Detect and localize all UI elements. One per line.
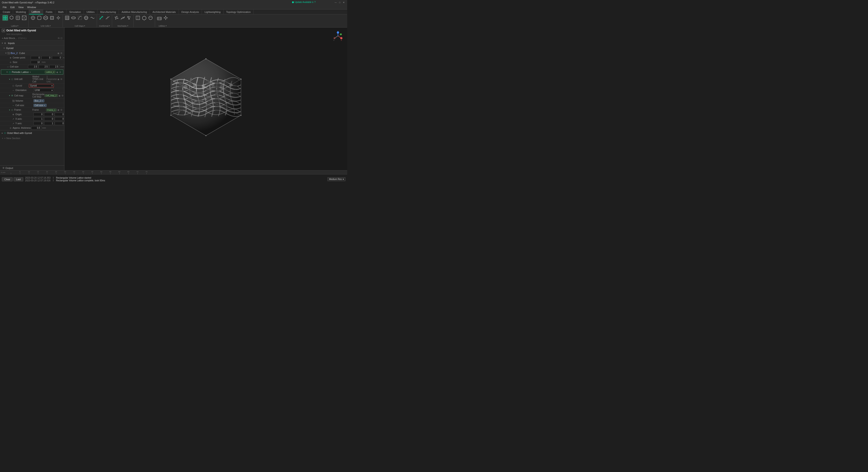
tb-icon-m1[interactable] [135,15,141,21]
tb-icon-uc5[interactable] [55,15,61,21]
tb-icon-uc2[interactable] [36,15,42,21]
periodic-lattice-item[interactable]: ▾ ⬡ Periodic Lattice ▾ Lattice_4 ◉ ⚙ [1,70,63,74]
center-y-input[interactable] [41,56,52,59]
tb-icon-uc4[interactable] [49,15,55,21]
last-button[interactable]: Last [13,177,23,181]
volume-tag-close[interactable]: ✕ [41,100,43,102]
tab-architected-materials[interactable]: Architected Materials [150,9,179,14]
uc-eye-icon[interactable]: ◉ [57,78,59,80]
cell-size-y-input[interactable] [39,65,49,68]
cell-size-x-input[interactable] [28,65,38,68]
tb-icon-cm3[interactable] [77,15,83,21]
clear-button[interactable]: Clear [2,177,13,181]
update-available-banner[interactable]: Update Available ℹ ? [292,1,315,3]
menu-edit[interactable]: Edit [8,5,17,9]
menu-file[interactable]: File [1,5,8,9]
tb-icon-conf2[interactable] [105,15,111,21]
tb-icon-stoch1[interactable] [114,15,119,21]
tb-icon-conform-lattice[interactable] [15,15,21,21]
utilities-group-label: Utilities ▾ [158,25,166,27]
new-section-link[interactable]: + + New Section [0,135,64,141]
tb-icon-body-lattice[interactable] [21,15,27,21]
tb-icon-cm4[interactable] [83,15,89,21]
tab-create[interactable]: Create [0,9,13,14]
tb-icon-uc3[interactable] [43,15,49,21]
center-z-input[interactable] [52,56,62,59]
yaxis-z-input[interactable] [55,122,64,125]
size-input[interactable] [31,61,41,64]
tb-icon-stoch3[interactable] [126,15,132,21]
tab-fields[interactable]: Fields [43,9,55,14]
panel-link-icon[interactable]: ◫ [60,37,62,39]
tb-icon-m3[interactable] [148,15,153,21]
minimize-button[interactable]: — [334,1,337,4]
tab-design-analysis[interactable]: Design Analysis [179,9,202,14]
xaxis-z-input[interactable] [55,117,64,121]
center-point-label: Center point: [13,57,31,59]
tb-icon-conf1[interactable] [98,15,104,21]
tb-icon-util1[interactable] [156,15,162,21]
tb-icon-cm1[interactable] [64,15,70,21]
tab-simulation[interactable]: Simulation [66,9,84,14]
tb-icon-cm2[interactable] [70,15,76,21]
cell-size-z-input[interactable] [49,65,59,68]
origin-z-input[interactable] [55,113,64,116]
tab-manufacturing[interactable]: Manufacturing [97,9,119,14]
octet-filled-section[interactable]: ▸ ⬡ Octet filled with Gyroid [0,130,64,135]
new-section-plus-icon: + [2,137,3,140]
tab-math[interactable]: Math [55,9,66,14]
box2-item[interactable]: ▾ ⬛ Box_2 Cube ◉ ⚙ [0,50,64,56]
tab-lattices[interactable]: Lattices [29,9,43,14]
unit-cell-val-label: Gyroid [16,85,29,87]
res-selector[interactable]: Medium Res ▾ [328,177,345,181]
panel-description[interactable]: Add description... [6,33,62,35]
viewport-3d[interactable]: X Y Z [64,28,347,170]
yaxis-y-input[interactable] [44,122,54,125]
uc-settings-icon[interactable]: ⚙ [60,78,62,80]
unit-cell-dropdown[interactable]: Gyroid ▾ [29,84,54,88]
center-x-input[interactable] [31,56,41,59]
frame-ref-badge: Frame_1 [46,109,57,111]
frame-eye-icon[interactable]: ◉ [57,109,59,111]
maximize-button[interactable]: □ [338,1,341,4]
tb-icon-cm5[interactable] [90,15,95,21]
tb-icon-rect-lattice[interactable] [2,15,8,21]
frame-settings-icon[interactable]: ⚙ [60,109,62,111]
origin-y-input[interactable] [44,113,54,116]
center-point-row: ⊕ Center point: mm [0,56,64,60]
pl-settings-icon[interactable]: ⚙ [59,71,61,73]
tb-icon-uc1[interactable] [30,15,36,21]
box2-settings-icon[interactable]: ⚙ [60,52,62,55]
tab-utilities[interactable]: Utilities [84,9,97,14]
gyroid-section-header[interactable]: ▾ Gyroid [0,46,64,50]
add-block-button[interactable]: + Add Block... (Ctrl+L) [2,37,26,39]
update-label: Update Available [295,1,312,3]
xaxis-x-input[interactable] [33,117,43,121]
tab-topology-optimization[interactable]: Topology Optimization [223,9,254,14]
pl-eye-icon[interactable]: ◉ [56,71,58,73]
viewport-gizmo[interactable]: X Y Z [332,30,344,41]
tb-icon-util2[interactable] [163,15,168,21]
approx-thickness-input[interactable] [31,126,41,130]
orientation-dropdown[interactable]: UVW ▾ [33,89,54,92]
tb-icon-m2[interactable] [141,15,147,21]
tb-icon-hex-lattice[interactable] [8,15,14,21]
inputs-section-header[interactable]: ▾ ⚙ Inputs [0,41,64,46]
panel-copy-icon[interactable]: ⧉ [58,37,59,39]
cell-size-tag-close[interactable]: ✕ [43,104,45,107]
close-button[interactable]: ✕ [342,1,345,4]
menu-view[interactable]: View [17,5,26,9]
tb-icon-stoch2[interactable] [120,15,126,21]
yaxis-x-input[interactable] [33,122,43,125]
tab-lightweighting[interactable]: Lightweighting [202,9,223,14]
cm-settings-icon[interactable]: ⚙ [61,94,64,97]
volume-row: ⬛ Volume: Box_2 ✕ [0,99,64,103]
menu-window[interactable]: Window [25,5,38,9]
xaxis-y-input[interactable] [44,117,54,121]
tab-modeling[interactable]: Modeling [13,9,29,14]
svg-point-37 [115,17,116,18]
box2-eye-icon[interactable]: ◉ [57,52,59,55]
cm-eye-icon[interactable]: ◉ [59,94,61,97]
origin-x-input[interactable] [33,113,43,116]
tab-additive-manufacturing[interactable]: Additive Manufacturing [119,9,150,14]
